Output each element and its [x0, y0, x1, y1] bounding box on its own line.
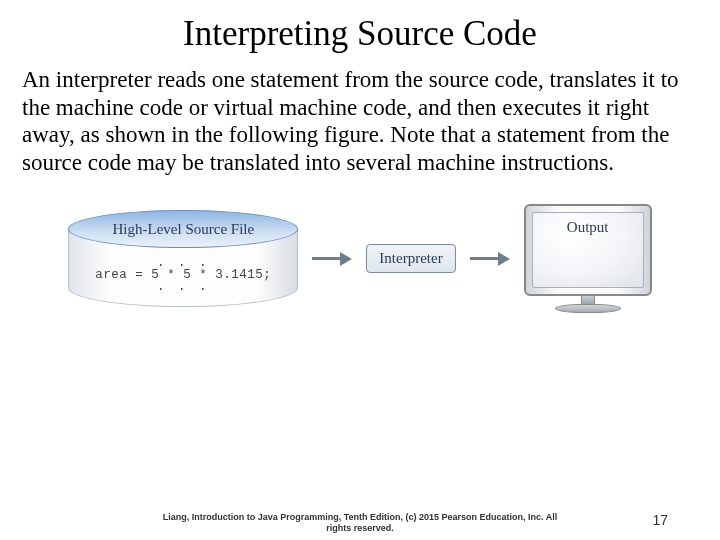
monitor-screen: Output: [532, 212, 644, 288]
ellipsis-top: . . .: [157, 258, 210, 268]
monitor-stand-base: [555, 304, 621, 313]
interpreter-box: Interpreter: [366, 244, 455, 273]
footer-credit: Liang, Introduction to Java Programming,…: [0, 512, 720, 534]
body-paragraph: An interpreter reads one statement from …: [22, 66, 698, 176]
monitor-frame: Output: [524, 204, 652, 296]
arrow-icon: [312, 253, 352, 265]
footer-line2: rights reserved.: [326, 523, 394, 533]
page-number: 17: [652, 512, 668, 528]
interpreter-figure: High-Level Source File . . . area = 5 * …: [22, 204, 698, 313]
slide: Interpreting Source Code An interpreter …: [0, 0, 720, 540]
output-label: Output: [567, 219, 609, 236]
output-monitor: Output: [524, 204, 652, 313]
arrow-icon: [470, 253, 510, 265]
page-title: Interpreting Source Code: [22, 14, 698, 54]
source-file-cylinder: High-Level Source File . . . area = 5 * …: [68, 210, 298, 307]
footer-line1: Liang, Introduction to Java Programming,…: [163, 512, 558, 522]
ellipsis-bottom: . . .: [157, 282, 210, 292]
